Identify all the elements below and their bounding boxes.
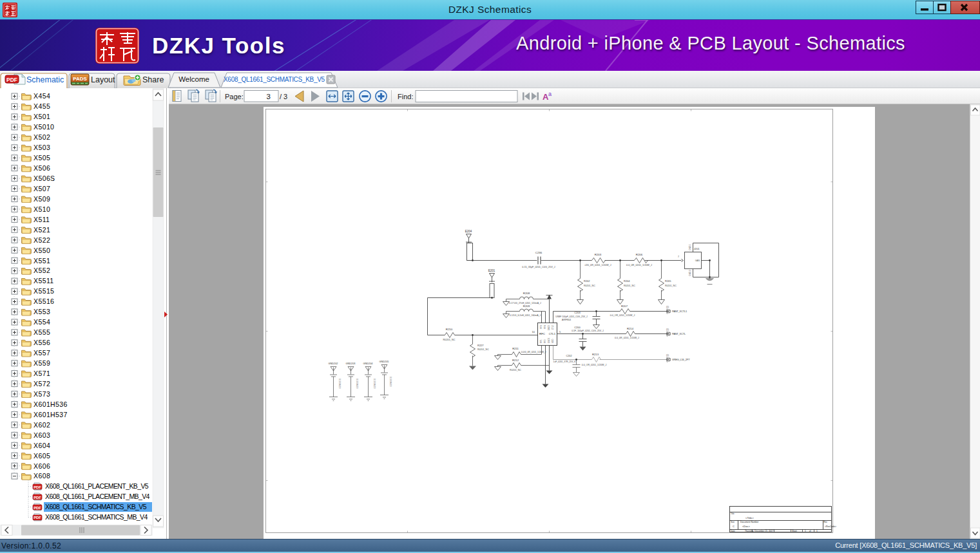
svg-text:GND203: GND203 (346, 362, 356, 365)
svg-text:X506: X506 (34, 164, 50, 172)
svg-text:X455: X455 (34, 102, 50, 110)
svg-text:PDF: PDF (34, 516, 41, 520)
svg-text:B1608A020: B1608A020 (389, 377, 392, 387)
svg-text:X602: X602 (34, 421, 50, 429)
svg-text:X551: X551 (34, 257, 50, 265)
svg-text:X601H537: X601H537 (34, 411, 68, 418)
svg-text:X604: X604 (34, 442, 50, 449)
svg-text:<RevCode>: <RevCode> (825, 525, 836, 528)
svg-text:Sheet: Sheet (792, 530, 797, 532)
svg-text:7: 7 (678, 256, 679, 258)
svg-text:Page:: Page: (225, 93, 244, 100)
svg-text:X608_QL1661_PLACEMENT_MB_V4: X608_QL1661_PLACEMENT_MB_V4 (45, 492, 150, 500)
svg-text:0.0/0_0R_0201_1/20W_J: 0.0/0_0R_0201_1/20W_J (521, 351, 546, 353)
svg-text:GAN: GAN (695, 259, 700, 262)
svg-text:X511: X511 (34, 216, 50, 223)
svg-text:GND205: GND205 (380, 361, 389, 363)
svg-text:X554: X554 (34, 318, 50, 326)
svg-text:R0201_NC: R0201_NC (584, 285, 595, 287)
svg-text:X522: X522 (34, 236, 50, 244)
svg-text:R0201_NC: R0201_NC (443, 339, 456, 341)
svg-text:(1): (1) (666, 328, 669, 331)
svg-text:X553: X553 (34, 308, 50, 315)
svg-text:CTL1: CTL1 (549, 332, 556, 335)
svg-text:of: of (809, 530, 811, 532)
svg-text:PANT_XCTL1: PANT_XCTL1 (672, 310, 687, 313)
svg-text:/ 3: / 3 (280, 93, 287, 100)
svg-text:Share: Share (142, 75, 164, 84)
svg-text:C200: C200 (574, 326, 581, 329)
svg-text:X5511: X5511 (34, 277, 54, 285)
svg-text:X507: X507 (34, 185, 50, 192)
svg-text:AVRFB04: AVRFB04 (562, 319, 571, 321)
svg-text:X5010: X5010 (34, 123, 54, 131)
svg-text:C203: C203 (574, 311, 581, 314)
svg-text:RF2: RF2 (544, 339, 546, 343)
svg-text:PDF: PDF (34, 506, 41, 510)
svg-text:Schematic: Schematic (26, 75, 64, 84)
svg-text:10: 10 (532, 330, 535, 333)
svg-text:3: 3 (267, 93, 271, 100)
svg-text:R0201_NC: R0201_NC (477, 348, 489, 351)
svg-text:R214: R214 (627, 327, 634, 330)
svg-text:X550: X550 (34, 247, 50, 254)
svg-text:GND-1: GND-1 (689, 244, 691, 250)
svg-text:Find:: Find: (398, 93, 413, 100)
svg-text:R203: R203 (595, 253, 602, 256)
svg-text:R205: R205 (665, 279, 671, 283)
svg-text:X603: X603 (34, 431, 50, 439)
svg-text:X552: X552 (34, 267, 50, 274)
svg-text:R227: R227 (477, 344, 484, 347)
svg-text:(1): (1) (666, 306, 669, 308)
svg-text:X605: X605 (34, 452, 50, 460)
svg-text:E204: E204 (465, 230, 472, 233)
svg-text:Rev: Rev (824, 521, 828, 523)
svg-text:PDF: PDF (34, 496, 41, 500)
svg-text:X506S: X506S (34, 174, 55, 182)
svg-text:X510: X510 (34, 205, 50, 213)
svg-text:0.0_0R_0201_1/20W_J: 0.0_0R_0201_1/20W_J (615, 337, 639, 339)
svg-text:r2/0_0R_0201_1/20W_J: r2/0_0R_0201_1/20W_J (584, 264, 611, 267)
svg-text:X556: X556 (34, 339, 50, 346)
svg-text:a: a (548, 91, 552, 97)
svg-text:X5516: X5516 (34, 297, 54, 305)
svg-text:R208: R208 (523, 292, 530, 295)
svg-text:<Title>: <Title> (745, 516, 754, 520)
svg-text:B1608A020: B1608A020 (356, 379, 358, 389)
svg-text:X608: X608 (34, 472, 50, 480)
svg-text:R207: R207 (621, 305, 628, 308)
svg-text:Size: Size (731, 521, 735, 523)
svg-text:GND1: GND1 (548, 337, 550, 343)
svg-text:J201: J201 (693, 247, 700, 250)
svg-text:VDD: VDD (552, 339, 554, 343)
svg-text:X509: X509 (34, 195, 50, 203)
svg-text:0.0_OR_0201_1/20W_J: 0.0_OR_0201_1/20W_J (610, 314, 635, 317)
svg-text:X601H536: X601H536 (34, 400, 68, 408)
svg-text:1: 1 (805, 530, 806, 532)
svg-text:R202: R202 (584, 279, 590, 283)
svg-text:X608_QL1661_PLACEMENT_KB_V5: X608_QL1661_PLACEMENT_KB_V5 (45, 482, 149, 490)
svg-text:R209: R209 (523, 305, 530, 308)
svg-text:GND-3: GND-3 (689, 270, 691, 276)
svg-text:R213: R213 (592, 353, 599, 356)
svg-text:RFC: RFC (539, 332, 545, 335)
svg-text:Document Number: Document Number (740, 521, 759, 523)
svg-text:X608_QL1661_SCHMATICS_MB_V4: X608_QL1661_SCHMATICS_MB_V4 (45, 513, 148, 521)
svg-text:X557: X557 (34, 349, 50, 357)
svg-text:<Doc>: <Doc> (742, 525, 750, 528)
svg-text:X572: X572 (34, 380, 50, 388)
svg-text:CTL2: CTL2 (552, 325, 554, 330)
svg-text:5: 5 (559, 330, 561, 333)
svg-text:RF4: RF4 (544, 325, 546, 329)
svg-text:R212: R212 (512, 359, 519, 362)
svg-text:C: C (733, 525, 735, 528)
svg-text:(1): (1) (666, 354, 669, 357)
svg-text:X559: X559 (34, 359, 50, 367)
svg-text:C202: C202 (566, 355, 572, 357)
svg-text:Layout: Layout (91, 75, 115, 84)
svg-text:GND202: GND202 (329, 362, 338, 365)
svg-text:R0201_NC: R0201_NC (665, 285, 677, 287)
svg-text:R211: R211 (512, 347, 519, 350)
svg-text:X5515: X5515 (34, 287, 54, 295)
svg-text:0.0_0R_0201_1/20W_J: 0.0_0R_0201_1/20W_J (626, 264, 652, 267)
